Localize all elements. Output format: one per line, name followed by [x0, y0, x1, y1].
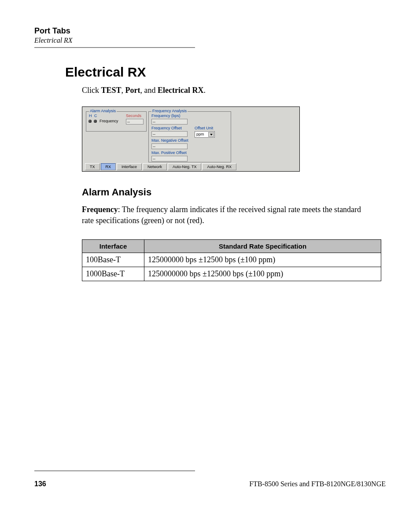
frequency-offset-label: Frequency Offset [151, 126, 182, 130]
frequency-analysis-group: Frequency Analysis Frequency (bps) -- Fr… [148, 111, 231, 162]
intro-paragraph: Click TEST, Port, and Electrical RX. [82, 86, 386, 95]
max-negative-offset-field[interactable]: -- [151, 143, 188, 149]
max-negative-offset-label: Max. Negative Offset [151, 138, 188, 143]
table-row: 100Base-T 125000000 bps ±12500 bps (±100… [82, 253, 381, 267]
max-positive-offset-field[interactable]: -- [151, 156, 188, 161]
intro-sep2: , and [140, 86, 158, 95]
intro-electrical-rx: Electrical RX [158, 86, 203, 95]
offset-unit-value: ppm [196, 132, 204, 136]
intro-test: TEST [101, 86, 122, 95]
page-title: Electrical RX [65, 65, 386, 80]
frequency-term: Frequency [82, 205, 118, 214]
cell-spec-0: 125000000 bps ±12500 bps (±100 ppm) [144, 253, 381, 267]
table-header-spec: Standard Rate Specification [144, 239, 381, 253]
alarm-analysis-heading: Alarm Analysis [82, 187, 386, 198]
tab-auto-neg-tx[interactable]: Auto-Neg. TX [168, 163, 201, 170]
cell-interface-1: 1000Base-T [82, 267, 144, 281]
cell-interface-0: 100Base-T [82, 253, 144, 267]
cell-spec-1: 1250000000 bps ±125000 bps (±100 ppm) [144, 267, 381, 281]
frequency-description: Frequency: The frequency alarm indicates… [82, 204, 364, 226]
frequency-seconds-field[interactable]: -- [126, 119, 144, 125]
seconds-label: Seconds [126, 114, 141, 118]
frequency-row-label: Frequency [99, 119, 118, 123]
alarm-analysis-legend: Alarm Analysis [89, 109, 117, 113]
tab-network[interactable]: Network [143, 163, 167, 170]
header-section-title: Port Tabs [34, 26, 386, 36]
intro-sep1: , [122, 86, 125, 95]
offset-unit-dropdown[interactable]: ppm [195, 131, 215, 138]
frequency-bps-field[interactable]: -- [151, 119, 188, 125]
frequency-offset-field[interactable]: -- [151, 131, 188, 137]
tab-strip: TX RX Interface Network Auto-Neg. TX Aut… [85, 163, 237, 170]
footer-divider [34, 470, 195, 471]
h-column-label: H [89, 114, 92, 118]
tab-rx[interactable]: RX [101, 163, 116, 170]
offset-unit-label: Offset Unit [195, 126, 213, 130]
intro-prefix: Click [82, 86, 101, 95]
tab-auto-neg-rx[interactable]: Auto-Neg. RX [202, 163, 236, 170]
footer-product: FTB-8500 Series and FTB-8120NGE/8130NGE [249, 480, 386, 488]
h-led-icon [88, 120, 92, 123]
c-led-icon [94, 120, 97, 123]
alarm-analysis-group: Alarm Analysis H C Seconds Frequency -- [86, 111, 147, 132]
max-positive-offset-label: Max. Positive Offset [151, 150, 187, 155]
ui-screenshot-panel: Alarm Analysis H C Seconds Frequency -- … [82, 106, 300, 172]
page-number: 136 [34, 480, 46, 488]
tab-tx[interactable]: TX [85, 163, 100, 170]
table-row: 1000Base-T 1250000000 bps ±125000 bps (±… [82, 267, 381, 281]
header-subsection-title: Electrical RX [34, 37, 386, 44]
frequency-definition: : The frequency alarm indicates if the r… [82, 205, 361, 225]
frequency-analysis-legend: Frequency Analysis [151, 109, 188, 113]
c-column-label: C [94, 114, 97, 118]
table-header-interface: Interface [82, 239, 144, 253]
frequency-bps-label: Frequency (bps) [151, 114, 181, 118]
intro-suffix: . [203, 86, 206, 95]
rate-specification-table: Interface Standard Rate Specification 10… [82, 239, 381, 281]
chevron-down-icon [210, 134, 213, 136]
intro-port: Port [125, 86, 140, 95]
tab-interface[interactable]: Interface [117, 163, 142, 170]
header-divider [34, 47, 195, 48]
